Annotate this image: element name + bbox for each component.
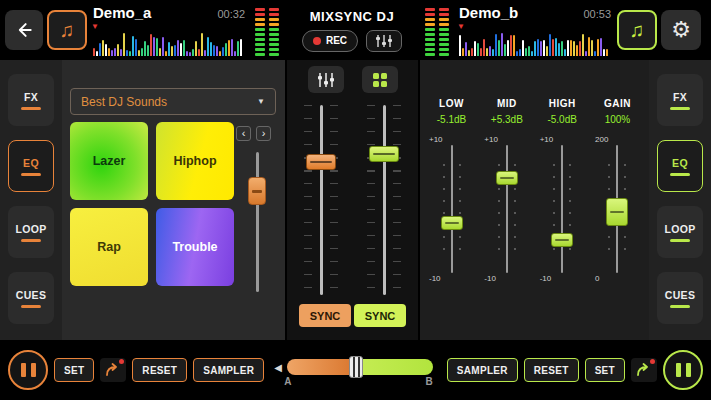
vu-led bbox=[255, 33, 265, 36]
settings-button[interactable]: ⚙ bbox=[661, 10, 701, 50]
waveform-bar bbox=[576, 45, 578, 56]
pads-next-button[interactable]: › bbox=[256, 126, 271, 141]
deck-b-waveform[interactable] bbox=[459, 30, 611, 56]
sidebar-item-cues[interactable]: CUES bbox=[8, 272, 54, 324]
vu-led bbox=[439, 48, 449, 51]
deck-b-sync-button[interactable]: SYNC bbox=[354, 304, 406, 327]
vu-led bbox=[425, 53, 435, 56]
waveform-bar bbox=[549, 34, 551, 56]
eq-slider[interactable]: 2000 bbox=[590, 133, 645, 285]
record-button[interactable]: REC bbox=[302, 30, 358, 52]
sampler-volume-slider[interactable] bbox=[238, 152, 276, 292]
eq-channel-low: LOW-5.1dB+10-10 bbox=[424, 60, 479, 340]
sampler-pad-trouble[interactable]: Trouble bbox=[156, 208, 234, 286]
deck-a-jump-button[interactable] bbox=[100, 358, 126, 382]
deck-b-track-button[interactable]: ♫ bbox=[617, 10, 657, 50]
deck-a-reset-button[interactable]: RESET bbox=[132, 358, 187, 382]
pitch-fader-b-handle[interactable] bbox=[369, 146, 399, 162]
waveform-bar bbox=[579, 41, 581, 56]
faders-view-button[interactable] bbox=[308, 66, 344, 93]
waveform-bar bbox=[228, 40, 230, 56]
sampler-pad-rap[interactable]: Rap bbox=[70, 208, 148, 286]
deck-b-set-button[interactable]: SET bbox=[585, 358, 625, 382]
waveform-bar bbox=[126, 50, 128, 56]
sampler-pad-lazer[interactable]: Lazer bbox=[70, 122, 148, 200]
deck-b-sampler-button[interactable]: SAMPLER bbox=[447, 358, 518, 382]
sidebar-item-eq[interactable]: EQ bbox=[657, 140, 703, 192]
waveform-bar bbox=[153, 37, 155, 56]
deck-a-pitch-fader[interactable] bbox=[299, 105, 343, 295]
sidebar-item-fx[interactable]: FX bbox=[8, 74, 54, 126]
pitch-panel: SYNC SYNC bbox=[285, 60, 420, 340]
mixer-view-button[interactable] bbox=[366, 30, 402, 52]
vu-led bbox=[255, 18, 265, 21]
waveform-bar bbox=[111, 50, 113, 56]
waveform-bar bbox=[201, 33, 203, 56]
eq-slider-handle[interactable] bbox=[606, 198, 628, 226]
deck-b-title[interactable]: Demo_b bbox=[459, 4, 518, 21]
waveform-bar bbox=[177, 40, 179, 56]
waveform-bar bbox=[222, 47, 224, 56]
sidebar-item-fx[interactable]: FX bbox=[657, 74, 703, 126]
accent-underline bbox=[21, 305, 41, 308]
preset-dropdown-value: Best DJ Sounds bbox=[81, 95, 167, 109]
eq-slider-handle[interactable] bbox=[551, 233, 573, 247]
waveform-bar bbox=[588, 37, 590, 56]
vu-led bbox=[425, 13, 435, 16]
chevron-left-icon: ‹ bbox=[242, 128, 246, 139]
waveform-bar bbox=[147, 45, 149, 56]
waveform-bar bbox=[585, 51, 587, 56]
sampler-volume-handle[interactable] bbox=[248, 177, 266, 205]
accent-underline bbox=[21, 239, 41, 242]
waveform-bar bbox=[510, 35, 512, 56]
crossfader-handle[interactable] bbox=[349, 356, 363, 378]
eq-slider[interactable]: +10-10 bbox=[424, 133, 479, 285]
deck-a-sync-button[interactable]: SYNC bbox=[299, 304, 351, 327]
sidebar-item-loop[interactable]: LOOP bbox=[8, 206, 54, 258]
deck-b-reset-button[interactable]: RESET bbox=[524, 358, 579, 382]
preset-dropdown[interactable]: Best DJ Sounds ▼ bbox=[70, 88, 276, 115]
eq-channel-label: GAIN bbox=[604, 98, 631, 109]
crossfader-left-arrow-icon[interactable]: ◀ bbox=[274, 362, 282, 373]
sidebar-item-loop[interactable]: LOOP bbox=[657, 206, 703, 258]
waveform-bar bbox=[171, 46, 173, 56]
waveform-bar bbox=[513, 35, 515, 56]
deck-b-jump-button[interactable] bbox=[631, 358, 657, 382]
deck-a-waveform[interactable] bbox=[93, 30, 245, 56]
vu-led bbox=[269, 18, 279, 21]
deck-a-play-pause-button[interactable] bbox=[8, 350, 48, 390]
sampler-pad-hiphop[interactable]: Hiphop bbox=[156, 122, 234, 200]
waveform-bar bbox=[216, 46, 218, 56]
mixer-sliders-icon bbox=[317, 72, 335, 88]
vu-led bbox=[269, 48, 279, 51]
jump-arrow-icon bbox=[105, 363, 121, 377]
vu-led bbox=[269, 13, 279, 16]
deck-a-set-button[interactable]: SET bbox=[54, 358, 94, 382]
deck-b-pitch-fader[interactable] bbox=[362, 105, 406, 295]
sidebar-item-cues[interactable]: CUES bbox=[657, 272, 703, 324]
deck-a-sampler-button[interactable]: SAMPLER bbox=[193, 358, 264, 382]
waveform-bar bbox=[240, 39, 242, 56]
deck-a-title[interactable]: Demo_a bbox=[93, 4, 151, 21]
center-cluster: MIXSYNC DJ REC bbox=[287, 9, 417, 52]
eq-channel-high: HIGH-5.0dB+10-10 bbox=[535, 60, 590, 340]
waveform-bar bbox=[525, 48, 527, 56]
sidebar-item-eq[interactable]: EQ bbox=[8, 140, 54, 192]
vu-meter-column bbox=[255, 8, 265, 56]
pads-prev-button[interactable]: ‹ bbox=[236, 126, 251, 141]
eq-slider-track bbox=[424, 145, 479, 273]
eq-slider-handle[interactable] bbox=[496, 171, 518, 185]
waveform-bar bbox=[129, 51, 131, 56]
waveform-bar bbox=[573, 41, 575, 56]
eq-slider[interactable]: +10-10 bbox=[479, 133, 534, 285]
waveform-bar bbox=[501, 33, 503, 56]
eq-slider[interactable]: +10-10 bbox=[535, 133, 590, 285]
deck-a-track-button[interactable]: ♫ bbox=[47, 10, 87, 50]
back-button[interactable] bbox=[5, 10, 43, 50]
pads-view-button[interactable] bbox=[362, 66, 398, 93]
waveform-bar bbox=[180, 43, 182, 56]
deck-b-play-pause-button[interactable] bbox=[663, 350, 703, 390]
vu-led bbox=[255, 8, 265, 11]
pitch-fader-a-handle[interactable] bbox=[306, 154, 336, 170]
eq-slider-handle[interactable] bbox=[441, 216, 463, 230]
